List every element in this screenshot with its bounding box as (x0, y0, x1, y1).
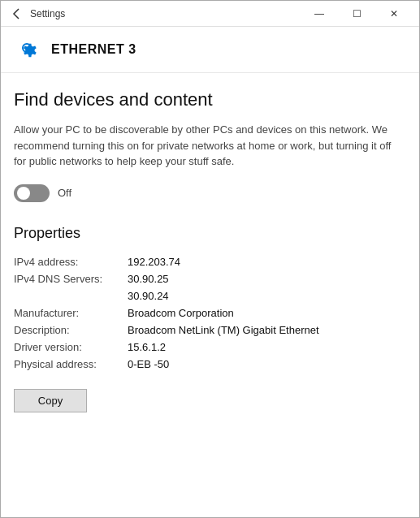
prop-value: 30.90.25 (128, 270, 406, 287)
table-row: 30.90.24 (14, 287, 406, 304)
gear-icon (14, 35, 40, 64)
prop-key (14, 287, 128, 304)
toggle-knob (17, 187, 30, 200)
header-bar: ETHERNET 3 (1, 27, 419, 73)
back-button[interactable] (11, 7, 24, 20)
prop-key: IPv4 address: (14, 253, 128, 270)
description-text: Allow your PC to be discoverable by othe… (14, 122, 406, 170)
prop-value: 30.90.24 (128, 287, 406, 304)
copy-button[interactable]: Copy (14, 389, 87, 412)
window: Settings — ☐ ✕ ETHERNET 3 Find devices a… (0, 0, 420, 518)
table-row: Driver version:15.6.1.2 (14, 339, 406, 356)
prop-value: 0-EB -50 (128, 356, 406, 373)
toggle-row: Off (14, 184, 406, 202)
page-title: ETHERNET 3 (51, 42, 136, 57)
prop-value: Broadcom Corporation (128, 304, 406, 322)
properties-table: IPv4 address:192.203.74IPv4 DNS Servers:… (14, 253, 406, 373)
window-title: Settings (30, 8, 65, 19)
minimize-button[interactable]: — (301, 1, 338, 27)
prop-value: Broadcom NetLink (TM) Gigabit Ethernet (128, 322, 406, 339)
table-row: IPv4 address:192.203.74 (14, 253, 406, 270)
prop-value: 15.6.1.2 (128, 339, 406, 356)
title-bar-controls: — ☐ ✕ (301, 1, 413, 27)
properties-title: Properties (14, 225, 406, 242)
prop-key: Physical address: (14, 356, 128, 373)
table-row: Manufacturer:Broadcom Corporation (14, 304, 406, 322)
prop-value: 192.203.74 (128, 253, 406, 270)
close-button[interactable]: ✕ (375, 1, 413, 27)
content-area: Find devices and content Allow your PC t… (1, 73, 419, 517)
title-bar-left: Settings (11, 7, 65, 20)
table-row: Description:Broadcom NetLink (TM) Gigabi… (14, 322, 406, 339)
maximize-button[interactable]: ☐ (338, 1, 375, 27)
prop-key: Driver version: (14, 339, 128, 356)
prop-key: Description: (14, 322, 128, 339)
prop-key: Manufacturer: (14, 304, 128, 322)
table-row: IPv4 DNS Servers:30.90.25 (14, 270, 406, 287)
section-title: Find devices and content (14, 89, 406, 110)
table-row: Physical address:0-EB -50 (14, 356, 406, 373)
discovery-toggle[interactable] (14, 184, 50, 202)
prop-key: IPv4 DNS Servers: (14, 270, 128, 287)
toggle-label: Off (58, 187, 71, 199)
title-bar: Settings — ☐ ✕ (1, 1, 419, 27)
